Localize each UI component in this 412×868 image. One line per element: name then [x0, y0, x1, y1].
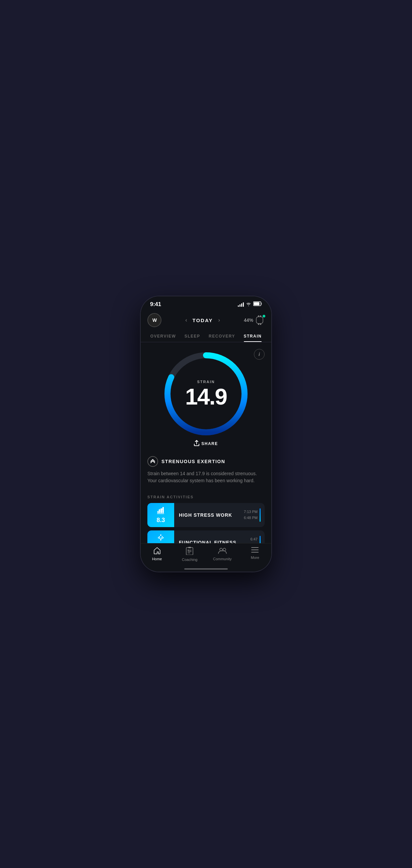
status-time: 9:41: [150, 301, 161, 308]
main-content: i: [141, 344, 271, 543]
activity-card-2[interactable]: 10.9 FUNCTIONAL FITNESS 6:47 5:4: [147, 530, 265, 543]
svg-rect-5: [260, 315, 261, 317]
status-icons: [238, 301, 262, 307]
date-label: TODAY: [193, 317, 213, 323]
nav-item-coaching[interactable]: Coaching: [178, 547, 201, 562]
activity-time-block-1: 7:13 PM 6:48 PM: [244, 508, 265, 522]
watch-icon: [255, 315, 265, 325]
exertion-title: STRENUOUS EXERTION: [161, 459, 225, 464]
activity-time-start-1: 7:13 PM: [244, 509, 258, 515]
activity-times-2: 6:47 5:4: [251, 536, 258, 543]
svg-rect-10: [157, 511, 159, 513]
tab-overview[interactable]: OVERVIEW: [150, 334, 176, 342]
exertion-logo: [147, 456, 158, 467]
more-icon: [251, 547, 259, 554]
activity-time-block-2: 6:47 5:4: [251, 536, 265, 543]
nav-item-community[interactable]: Community: [211, 547, 234, 561]
wifi-icon: [246, 302, 251, 307]
svg-rect-3: [256, 317, 263, 323]
tab-recovery[interactable]: RECOVERY: [209, 334, 235, 342]
nav-label-more: More: [251, 556, 259, 560]
activity-bar-2: [260, 536, 261, 543]
share-label: SHARE: [201, 441, 218, 446]
community-icon: [218, 547, 227, 556]
activity-icon-block-2: 10.9: [147, 530, 174, 543]
nav-item-more[interactable]: More: [243, 547, 267, 560]
svg-rect-17: [188, 547, 191, 548]
svg-rect-2: [254, 302, 260, 305]
svg-rect-4: [258, 315, 259, 317]
battery-icon: [253, 301, 262, 307]
activity-icon-2: [157, 534, 165, 543]
svg-rect-6: [258, 323, 259, 325]
activity-time-start-2: 6:47: [251, 536, 258, 542]
app-header: W ‹ TODAY › 44%: [141, 310, 271, 331]
exertion-header: STRENUOUS EXERTION: [147, 456, 265, 467]
tab-bar: OVERVIEW SLEEP RECOVERY STRAIN: [141, 331, 271, 342]
watch-connected-dot: [263, 315, 265, 317]
svg-rect-18: [187, 550, 189, 551]
date-nav: ‹ TODAY ›: [185, 317, 220, 323]
signal-bars-icon: [238, 302, 244, 307]
share-button[interactable]: SHARE: [194, 440, 218, 447]
home-icon: [153, 547, 161, 556]
svg-point-15: [160, 534, 161, 536]
nav-label-coaching: Coaching: [182, 558, 197, 562]
strain-section: i: [141, 344, 271, 451]
tabs-divider: [141, 342, 271, 342]
strain-label: STRAIN: [185, 380, 227, 384]
activity-icon-block-1: 8.3: [147, 503, 174, 527]
strain-center: STRAIN 14.9: [185, 380, 227, 408]
activity-icon-1: [157, 506, 165, 516]
coaching-icon: [186, 547, 193, 556]
svg-rect-12: [161, 508, 162, 513]
activities-title: STRAIN ACTIVITIES: [147, 495, 265, 499]
activity-time-end-2: 5:4: [251, 542, 258, 543]
strain-ring: STRAIN 14.9: [163, 350, 249, 437]
activities-list: 8.3 HIGH STRESS WORK 7:13 PM 6:48 PM: [147, 503, 265, 543]
activity-name-2: FUNCTIONAL FITNESS: [179, 540, 236, 543]
svg-rect-16: [186, 548, 193, 555]
activities-section: STRAIN ACTIVITIES: [141, 490, 271, 543]
nav-label-community: Community: [213, 557, 232, 561]
exertion-section: STRENUOUS EXERTION Strain between 14 and…: [141, 451, 271, 490]
svg-rect-11: [159, 510, 160, 513]
phone-screen: 9:41: [141, 297, 271, 571]
phone-frame: 9:41: [141, 297, 271, 571]
share-icon: [194, 440, 199, 447]
tab-sleep[interactable]: SLEEP: [184, 334, 200, 342]
activity-card-1[interactable]: 8.3 HIGH STRESS WORK 7:13 PM 6:48 PM: [147, 503, 265, 527]
status-bar: 9:41: [141, 297, 271, 310]
svg-point-19: [220, 548, 223, 551]
exertion-description: Strain between 14 and 17.9 is considered…: [147, 470, 265, 484]
next-day-button[interactable]: ›: [218, 317, 220, 323]
logo-avatar[interactable]: W: [147, 313, 161, 327]
battery-pct: 44%: [244, 317, 253, 323]
svg-point-20: [223, 548, 226, 551]
home-indicator: [184, 568, 228, 569]
prev-day-button[interactable]: ‹: [185, 317, 187, 323]
svg-rect-7: [260, 323, 261, 325]
info-button[interactable]: i: [254, 349, 265, 360]
strain-value: 14.9: [185, 385, 227, 408]
activity-name-1: HIGH STRESS WORK: [179, 513, 232, 518]
nav-label-home: Home: [152, 557, 162, 561]
activity-info-2: FUNCTIONAL FITNESS: [174, 539, 251, 543]
activity-time-end-1: 6:48 PM: [244, 515, 258, 521]
activity-info-1: HIGH STRESS WORK: [174, 512, 244, 518]
nav-item-home[interactable]: Home: [145, 547, 169, 561]
activity-times-1: 7:13 PM 6:48 PM: [244, 509, 258, 521]
svg-rect-1: [261, 303, 262, 305]
activity-score-1: 8.3: [156, 517, 165, 524]
activity-bar-1: [260, 508, 261, 522]
battery-status: 44%: [244, 315, 265, 325]
tab-strain[interactable]: STRAIN: [244, 334, 262, 342]
bottom-nav: Home Coaching: [141, 543, 271, 568]
